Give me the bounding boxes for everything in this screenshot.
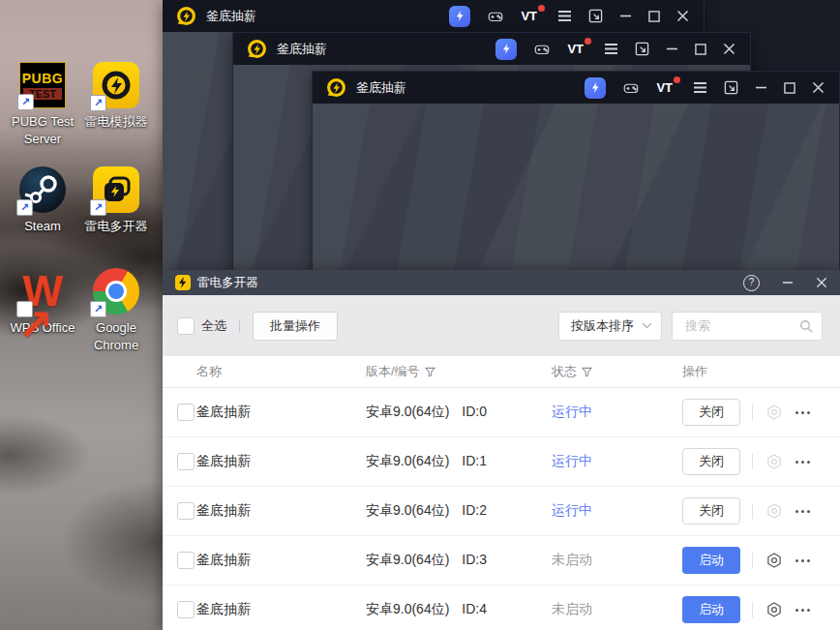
- shortcut-arrow-icon: ↗: [90, 199, 106, 216]
- settings-gear-icon[interactable]: [765, 601, 783, 618]
- instance-action-button[interactable]: 启动: [682, 547, 740, 574]
- instance-version: 安卓9.0(64位): [366, 453, 449, 470]
- actions-divider: [752, 553, 753, 568]
- desktop-icon-pubg-test[interactable]: PUBG TEST ↗ PUBG Test Server: [0, 62, 85, 147]
- minimize-button[interactable]: [619, 10, 632, 22]
- vt-button[interactable]: VT: [521, 9, 541, 23]
- more-options-icon[interactable]: [795, 559, 810, 562]
- boost-icon[interactable]: [495, 39, 517, 60]
- search-input[interactable]: [683, 317, 799, 334]
- maximize-button[interactable]: [695, 44, 706, 55]
- notification-dot: [538, 5, 545, 12]
- boost-icon[interactable]: [585, 77, 606, 99]
- more-options-icon[interactable]: [795, 609, 810, 612]
- emulator-screen[interactable]: [313, 104, 839, 270]
- filter-icon[interactable]: [425, 367, 435, 377]
- row-checkbox[interactable]: [177, 453, 195, 470]
- more-options-icon[interactable]: [795, 411, 810, 414]
- help-icon[interactable]: ?: [743, 275, 760, 291]
- close-button[interactable]: [676, 10, 689, 22]
- icon-label: 雷电多开器: [74, 218, 159, 235]
- float-window-icon[interactable]: [635, 42, 649, 56]
- menu-icon[interactable]: [693, 81, 707, 94]
- header-actions: 操作: [682, 363, 840, 380]
- gamepad-icon[interactable]: [622, 79, 640, 97]
- maximize-button[interactable]: [648, 11, 660, 22]
- window-title: 釜底抽薪: [356, 79, 406, 97]
- window-title: 釜底抽薪: [206, 8, 256, 25]
- close-button[interactable]: [812, 81, 825, 94]
- header-name: 名称: [196, 363, 366, 380]
- settings-gear-icon[interactable]: [765, 502, 783, 520]
- menu-icon[interactable]: [557, 10, 572, 22]
- float-window-icon[interactable]: [588, 9, 603, 23]
- instance-name: 釜底抽薪: [196, 502, 366, 520]
- instance-status: 运行中: [552, 404, 682, 421]
- sort-dropdown[interactable]: 按版本排序: [558, 312, 662, 341]
- pubg-art-text: PUBG: [20, 71, 65, 86]
- emulator-titlebar[interactable]: 釜底抽薪 VT: [313, 72, 839, 104]
- vt-button[interactable]: VT: [656, 80, 676, 95]
- maximize-button[interactable]: [784, 82, 795, 94]
- search-icon: [799, 319, 813, 333]
- desktop-icon-google-chrome[interactable]: ↗ Google Chrome: [74, 268, 159, 353]
- header-version: 版本/编号: [366, 363, 552, 380]
- menu-icon[interactable]: [604, 43, 618, 55]
- emulator-titlebar[interactable]: 釜底抽薪 VT: [163, 0, 704, 32]
- row-checkbox[interactable]: [177, 502, 195, 520]
- instance-status: 未启动: [552, 552, 682, 569]
- icon-label: 雷电模拟器: [74, 113, 159, 131]
- wps-office-logo-icon: W ↗: [19, 268, 66, 315]
- minimize-button[interactable]: [755, 81, 767, 94]
- settings-gear-icon[interactable]: [765, 552, 783, 569]
- emulator-titlebar[interactable]: 釜底抽薪 VT: [233, 33, 750, 65]
- icon-label: PUBG Test Server: [0, 113, 85, 147]
- manager-titlebar[interactable]: 雷电多开器 ?: [163, 270, 840, 295]
- close-button[interactable]: [723, 43, 735, 55]
- window-title: 釜底抽薪: [277, 41, 327, 58]
- minimize-button[interactable]: [782, 277, 794, 288]
- more-options-icon[interactable]: [795, 461, 810, 464]
- shortcut-arrow-icon: ↗: [90, 95, 106, 111]
- instance-name: 釜底抽薪: [196, 552, 366, 569]
- row-checkbox[interactable]: [177, 601, 195, 618]
- instance-action-button[interactable]: 关闭: [682, 497, 740, 525]
- table-header-row: 名称 版本/编号 状态 操作: [163, 356, 840, 388]
- sort-dropdown-value: 按版本排序: [571, 317, 634, 335]
- shortcut-arrow-icon: ↗: [17, 94, 34, 110]
- batch-operations-button[interactable]: 批量操作: [253, 312, 338, 341]
- ldplayer-logo-icon: [326, 77, 346, 98]
- gamepad-icon[interactable]: [487, 8, 504, 25]
- ld-multiplayer-logo-icon: [175, 275, 191, 290]
- desktop-icon-steam[interactable]: ↗ Steam: [0, 166, 85, 235]
- more-options-icon[interactable]: [795, 510, 810, 513]
- boost-icon[interactable]: [449, 6, 470, 27]
- filter-icon[interactable]: [582, 367, 592, 377]
- actions-divider: [752, 503, 753, 519]
- instance-action-button[interactable]: 关闭: [682, 399, 740, 426]
- multiplayer-manager-window: 雷电多开器 ? 全选 批量操作 按版本排序: [163, 270, 840, 630]
- minimize-button[interactable]: [666, 43, 678, 55]
- notification-dot: [585, 38, 591, 45]
- instance-action-button[interactable]: 启动: [682, 596, 740, 623]
- desktop-icon-ld-multiplayer[interactable]: ↗ 雷电多开器: [74, 166, 159, 235]
- instance-status: 运行中: [552, 453, 682, 470]
- ldplayer-logo-icon: [176, 6, 196, 26]
- row-checkbox[interactable]: [177, 552, 195, 569]
- row-checkbox[interactable]: [177, 404, 195, 421]
- instance-id: ID:1: [462, 453, 487, 470]
- desktop-icon-wps-office[interactable]: W ↗ WPS Office: [0, 268, 85, 337]
- instance-action-button[interactable]: 关闭: [682, 448, 740, 475]
- instance-table: 釜底抽薪 安卓9.0(64位) ID:0 运行中 关闭 釜底抽薪 安卓9.0(6…: [163, 388, 840, 630]
- instance-name: 釜底抽薪: [196, 601, 366, 618]
- desktop-icon-ldplayer[interactable]: ↗ 雷电模拟器: [74, 62, 159, 131]
- toolbar-divider: [239, 319, 240, 333]
- gamepad-icon[interactable]: [533, 41, 551, 58]
- select-all-checkbox[interactable]: [177, 317, 195, 335]
- close-button[interactable]: [816, 277, 827, 288]
- vt-button[interactable]: VT: [567, 42, 587, 56]
- settings-gear-icon[interactable]: [765, 404, 783, 421]
- notification-dot: [674, 76, 680, 83]
- settings-gear-icon[interactable]: [765, 453, 783, 470]
- float-window-icon[interactable]: [724, 80, 738, 95]
